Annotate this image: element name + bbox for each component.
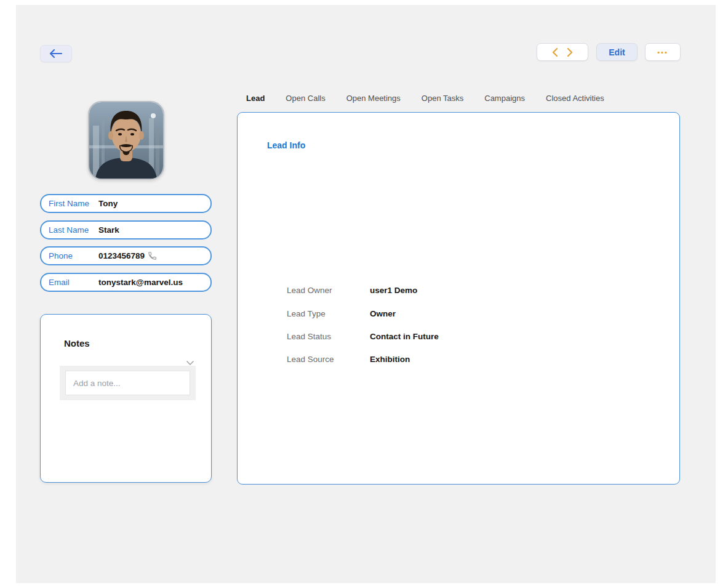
add-note-input[interactable] (65, 371, 190, 395)
last-name-field[interactable]: Last Name Stark (40, 220, 212, 240)
lead-status-row: Lead Status Contact in Future (238, 332, 679, 344)
first-name-value: Tony (98, 199, 118, 208)
edit-button[interactable]: Edit (596, 43, 638, 61)
tab-lead[interactable]: Lead (246, 94, 265, 103)
lead-avatar (88, 101, 164, 180)
notes-title: Notes (64, 338, 90, 348)
back-arrow-icon (49, 49, 63, 58)
tab-open-meetings[interactable]: Open Meetings (346, 94, 401, 103)
record-tabs: Lead Open Calls Open Meetings Open Tasks… (246, 94, 604, 103)
lead-owner-value: user1 Demo (370, 286, 417, 295)
record-navigation-buttons (537, 43, 588, 61)
tab-open-calls[interactable]: Open Calls (286, 94, 325, 103)
lead-detail-page: Edit ••• (0, 0, 720, 588)
tab-open-tasks[interactable]: Open Tasks (422, 94, 463, 103)
phone-field[interactable]: Phone 0123456789 (40, 246, 212, 265)
tab-campaigns[interactable]: Campaigns (484, 94, 525, 103)
next-record-button[interactable] (567, 48, 573, 57)
lead-type-label: Lead Type (287, 309, 326, 318)
lead-type-row: Lead Type Owner (238, 309, 679, 321)
lead-info-title: Lead Info (267, 140, 305, 150)
lead-type-value: Owner (370, 309, 396, 318)
last-name-label: Last Name (49, 225, 98, 235)
lead-owner-row: Lead Owner user1 Demo (238, 286, 679, 298)
phone-label: Phone (49, 251, 98, 260)
lead-status-label: Lead Status (287, 332, 331, 341)
tab-closed-activities[interactable]: Closed Activities (546, 94, 604, 103)
more-options-button[interactable]: ••• (645, 43, 681, 61)
lead-source-row: Lead Source Exhibition (238, 355, 679, 367)
lead-info-panel: Lead Info Lead Owner user1 Demo Lead Typ… (237, 112, 680, 485)
lead-status-value: Contact in Future (370, 332, 439, 341)
previous-record-button[interactable] (552, 48, 558, 57)
ellipsis-icon: ••• (657, 49, 668, 56)
lead-source-value: Exhibition (370, 355, 410, 364)
last-name-value: Stark (98, 225, 119, 235)
email-field[interactable]: Email tonystark@marvel.us (40, 273, 212, 292)
note-input-wrapper (60, 366, 196, 400)
back-button[interactable] (40, 45, 72, 62)
first-name-field[interactable]: First Name Tony (40, 194, 212, 213)
email-label: Email (49, 278, 98, 287)
phone-value: 0123456789 (98, 251, 145, 260)
phone-icon[interactable] (148, 251, 157, 260)
lead-source-label: Lead Source (287, 355, 334, 364)
email-value: tonystark@marvel.us (98, 278, 183, 287)
lead-owner-label: Lead Owner (287, 286, 332, 295)
notes-card: Notes (40, 314, 212, 483)
first-name-label: First Name (49, 199, 98, 208)
